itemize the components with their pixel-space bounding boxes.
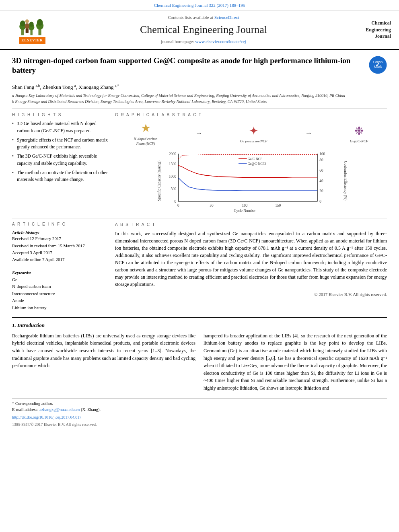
- keywords-label: Keywords:: [12, 270, 109, 276]
- highlight-item-3: The 3D Ge/C-NCF exhibits high reversible…: [12, 153, 109, 167]
- received-revised-date: Received in revised form 15 March 2017: [12, 243, 109, 249]
- accepted-date: Accepted 3 April 2017: [12, 250, 109, 256]
- journal-reference: Chemical Engineering Journal 322 (2017) …: [154, 3, 245, 8]
- svg-text:20: 20: [319, 189, 323, 193]
- svg-text:0: 0: [319, 199, 321, 203]
- svg-point-5: [29, 22, 34, 27]
- section-title: 1. Introduction: [12, 322, 387, 329]
- article-info-heading: A R T I C L E I N F O: [12, 222, 109, 227]
- svg-rect-12: [28, 25, 29, 28]
- abstract-heading: A B S T R A C T: [115, 222, 387, 228]
- authors-text: Shan Fang a,b, Zhenkun Tong a, Xiaogang …: [12, 84, 119, 90]
- svg-text:100: 100: [319, 152, 325, 156]
- footer-issn: 1385-8947/© 2017 Elsevier B.V. All right…: [12, 422, 387, 427]
- svg-text:Coulombic Efficiency (%): Coulombic Efficiency (%): [343, 161, 348, 200]
- svg-rect-14: [27, 29, 29, 33]
- highlights-heading: H I G H L I G H T S: [12, 112, 109, 118]
- article-info-abstract: A R T I C L E I N F O Article history: R…: [12, 218, 387, 312]
- article-info: A R T I C L E I N F O Article history: R…: [12, 222, 109, 312]
- elsevier-logo-area: ELSEVIER: [8, 16, 56, 44]
- keyword-4: Anode: [12, 297, 109, 304]
- article-title: 3D nitrogen-doped carbon foam supported …: [12, 56, 369, 76]
- sciencedirect-availability: Contents lists available at ScienceDirec…: [56, 14, 351, 21]
- svg-point-8: [37, 19, 43, 26]
- email-label: E-mail address:: [12, 407, 39, 412]
- highlights-section: H I G H L I G H T S 3D Ge-based anode ma…: [12, 112, 109, 214]
- available-date: Available online 7 April 2017: [12, 257, 109, 263]
- svg-point-2: [20, 21, 25, 27]
- doi-link: http://dx.doi.org/10.1016/j.cej.2017.04.…: [12, 415, 81, 419]
- journal-header: ELSEVIER Contents lists available at Sci…: [0, 10, 399, 50]
- footer-doi: http://dx.doi.org/10.1016/j.cej.2017.04.…: [12, 415, 387, 420]
- svg-text:80: 80: [319, 158, 323, 162]
- email-line: E-mail address: azhangxg@nuaa.edu.cn (X.…: [12, 407, 387, 413]
- highlight-item-2: Synergistic effects of the NCF and carbo…: [12, 137, 109, 151]
- svg-text:1500: 1500: [169, 162, 177, 166]
- footnote-area: * Corresponding author. E-mail address: …: [12, 398, 387, 427]
- crossmark-badge[interactable]: Cross Mark ✓: [369, 56, 387, 74]
- affiliation-a: a Jiangsu Key Laboratory of Materials an…: [12, 92, 387, 99]
- history-label: Article history:: [12, 230, 109, 236]
- svg-text:✓: ✓: [375, 62, 380, 68]
- article-title-section: 3D nitrogen-doped carbon foam supported …: [12, 56, 387, 79]
- journal-center-info: Contents lists available at ScienceDirec…: [56, 14, 351, 45]
- svg-text:500: 500: [171, 187, 176, 191]
- svg-text:40: 40: [319, 179, 323, 183]
- email-address: azhangxg@nuaa.edu.cn: [39, 407, 80, 412]
- journal-homepage: journal homepage: www.elsevier.com/locat…: [56, 39, 351, 45]
- keyword-1: Ge: [12, 276, 109, 283]
- graphical-abstract-section: G R A P H I C A L A B S T R A C T ★ N-do…: [115, 112, 387, 214]
- introduction-section: 1. Introduction Rechargeable lithium-ion…: [12, 317, 387, 392]
- svg-rect-13: [26, 29, 27, 33]
- keyword-5: Lithium ion battery: [12, 304, 109, 312]
- journal-title: Chemical Engineering Journal: [56, 23, 351, 37]
- capacity-chart-svg: 0 500 1000 1500 2000 0 20 40 60 80 100 0…: [115, 150, 387, 214]
- svg-text:Ge/C-NCF: Ge/C-NCF: [248, 157, 263, 161]
- keyword-2: N-doped carbon foam: [12, 283, 109, 290]
- abstract-section: A B S T R A C T In this work, we success…: [115, 222, 387, 312]
- affiliation-b: b Energy Storage and Distributed Resourc…: [12, 99, 387, 105]
- svg-text:0: 0: [177, 203, 179, 207]
- svg-text:60: 60: [319, 168, 323, 173]
- svg-text:Ge@C-NCF2: Ge@C-NCF2: [248, 162, 266, 166]
- highlights-list: 3D Ge-based anode material with N-doped …: [12, 120, 109, 183]
- svg-text:Specific Capacity (mAh/g): Specific Capacity (mAh/g): [157, 160, 162, 201]
- svg-text:100: 100: [242, 203, 248, 207]
- svg-text:0: 0: [175, 199, 177, 203]
- highlight-item-1: 3D Ge-based anode material with N-doped …: [12, 120, 109, 134]
- highlights-graphical-section: H I G H L I G H T S 3D Ge-based anode ma…: [12, 109, 387, 214]
- svg-text:150: 150: [275, 203, 281, 207]
- main-content: 3D nitrogen-doped carbon foam supported …: [0, 50, 399, 433]
- introduction-two-col: Rechargeable lithium-ion batteries (LIBs…: [12, 332, 387, 392]
- svg-rect-11: [25, 25, 27, 28]
- sciencedirect-link[interactable]: ScienceDirect: [214, 15, 239, 20]
- highlight-item-4: The method can motivate the fabrication …: [12, 169, 109, 183]
- intro-left-col: Rechargeable lithium-ion batteries (LIBs…: [12, 332, 195, 392]
- journal-right-logo: ChemicalEngineeringJournal: [351, 20, 391, 40]
- svg-point-9: [25, 20, 29, 23]
- email-name: (X. Zhang).: [81, 407, 101, 412]
- affiliations: a Jiangsu Key Laboratory of Materials an…: [12, 92, 387, 105]
- copyright-notice: © 2017 Elsevier B.V. All rights reserved…: [115, 291, 387, 298]
- elsevier-tree-icon: [16, 17, 48, 37]
- svg-text:Cycle Number: Cycle Number: [234, 209, 256, 213]
- keyword-3: Interconnected structure: [12, 290, 109, 298]
- abstract-text: In this work, we successfully designed a…: [115, 230, 387, 288]
- svg-text:50: 50: [210, 203, 214, 207]
- journal-reference-bar: Chemical Engineering Journal 322 (2017) …: [0, 0, 399, 10]
- corresponding-note: * Corresponding author.: [12, 401, 387, 407]
- svg-text:2000: 2000: [169, 152, 177, 156]
- graphical-abstract-heading: G R A P H I C A L A B S T R A C T: [115, 112, 387, 118]
- elsevier-badge: ELSEVIER: [19, 37, 45, 44]
- svg-text:1000: 1000: [169, 175, 177, 179]
- intro-right-text: hampered its broader application of the …: [204, 332, 387, 392]
- homepage-url: www.elsevier.com/locate/cej: [195, 39, 246, 44]
- keywords-list: Ge N-doped carbon foam Interconnected st…: [12, 276, 109, 312]
- authors-line: Shan Fang a,b, Zhenkun Tong a, Xiaogang …: [12, 83, 387, 91]
- received-date: Received 12 February 2017: [12, 236, 109, 242]
- cycle-chart: 0 500 1000 1500 2000 0 20 40 60 80 100 0…: [115, 150, 387, 214]
- intro-right-col: hampered its broader application of the …: [204, 332, 387, 392]
- intro-left-text: Rechargeable lithium-ion batteries (LIBs…: [12, 332, 195, 370]
